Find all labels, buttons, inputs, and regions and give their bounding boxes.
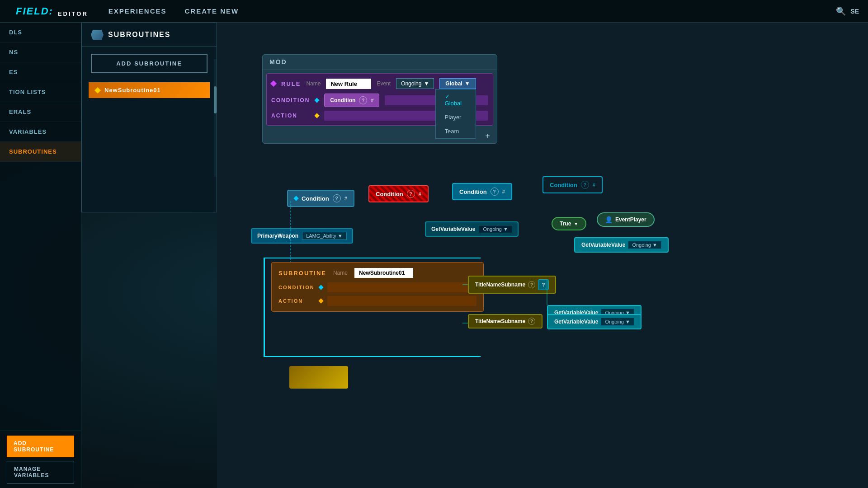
action-diamond [314, 113, 319, 118]
getvariablevalue-bottom-ongoing-2: Ongoing [605, 319, 624, 324]
condition-node-outline-q: ? [581, 181, 589, 189]
condition-badge[interactable]: Condition ? # [324, 94, 379, 107]
subroutines-icon [91, 30, 104, 40]
subroutine-condition-label: CONDITION [278, 285, 315, 290]
getvariablevalue-bottom-2[interactable]: GetVariableValue Ongoing ▼ [547, 314, 642, 329]
add-subroutine-button[interactable]: ADD SUBROUTINE [91, 54, 208, 73]
titlename-question-2: ? [528, 318, 535, 325]
rule-diamond [270, 80, 277, 87]
subroutines-panel: SUBROUTINES ADD SUBROUTINE NewSubroutine… [81, 23, 217, 212]
event-dropdown[interactable]: Ongoing ▼ [396, 78, 434, 89]
getvariablevalue-bottom-label-2: GetVariableValue [554, 319, 598, 325]
search-icon[interactable]: 🔍 [836, 6, 846, 16]
lamg-ability-dropdown[interactable]: LAMG_Ability ▼ [302, 232, 347, 240]
subroutines-title: SUBROUTINES [108, 31, 170, 39]
getvariablevalue-ongoing-1: Ongoing [483, 226, 502, 232]
rule-block: RULE Name Event Ongoing ▼ Global ▼ [266, 73, 493, 126]
name-label: Name [306, 80, 321, 87]
getvariablevalue-right-label: GetVariableValue [581, 242, 625, 248]
subroutine-name-input[interactable] [354, 268, 413, 278]
event-player-label: EventPlayer [615, 216, 646, 223]
subroutine-block: SUBROUTINE Name CONDITION ACTION [271, 262, 484, 312]
titlename-question-1: ? [528, 281, 535, 288]
rule-name-input[interactable] [326, 79, 371, 89]
sidebar-item-es[interactable]: ES [0, 62, 81, 82]
condition-node-cyan[interactable]: Condition ? # [452, 183, 512, 200]
subroutine-block-header: SUBROUTINE Name [278, 268, 476, 278]
subroutine-block-label: SUBROUTINE [278, 270, 326, 277]
titlename-subname-1[interactable]: TitleNameSubname ? ? [468, 276, 556, 294]
subroutine-action-bar [327, 296, 476, 306]
sidebar-item-variables[interactable]: VARIABLES [0, 122, 81, 142]
subroutine-name: NewSubroutine01 [104, 87, 161, 94]
sidebar-item-subroutines[interactable]: SUBROUTINES [0, 142, 81, 162]
scroll-track [214, 59, 217, 177]
scope-value: Global [445, 80, 462, 87]
condition-node-red-text: Condition [376, 191, 403, 197]
logo-field: FIELD: [7, 5, 62, 17]
getvariablevalue-bottom-dropdown-2[interactable]: Ongoing ▼ [601, 318, 634, 326]
true-node[interactable]: True ▼ [552, 217, 586, 230]
condition-node-blue-text: Condition [302, 195, 329, 202]
lamg-ability-value: LAMG_Ability [306, 233, 336, 239]
getvariablevalue-bottom-chevron-2: ▼ [625, 319, 630, 324]
scope-option-global[interactable]: ✓ Global [436, 89, 476, 110]
search-text: SE [850, 8, 859, 15]
getvariablevalue-right-dropdown[interactable]: Ongoing ▼ [628, 241, 661, 249]
true-label: True [560, 221, 571, 227]
getvariablevalue-label-1: GetVariableValue [431, 226, 475, 232]
plus-button-2[interactable]: + [485, 131, 490, 141]
getvariablevalue-dropdown-1[interactable]: Ongoing ▼ [479, 225, 512, 233]
sidebar-item-dls[interactable]: DLS [0, 23, 81, 42]
scope-dropdown-button[interactable]: Global ▼ [439, 78, 476, 89]
condition-node-red[interactable]: Condition ? # [368, 185, 429, 202]
condition-node-red-hash: # [419, 191, 421, 197]
subroutine-item-0[interactable]: NewSubroutine01 [89, 82, 210, 98]
getvariablevalue-chevron-1: ▼ [503, 226, 508, 232]
subroutine-action-row: ACTION [278, 296, 476, 306]
sidebar-item-erals[interactable]: ERALS [0, 102, 81, 122]
condition-node-cyan-text: Condition [459, 188, 487, 195]
lamg-chevron-icon: ▼ [338, 233, 343, 239]
nav-create-new[interactable]: CREATE NEW [184, 5, 239, 17]
condition-node-cyan-q: ? [491, 188, 499, 196]
bottom-manage-variables[interactable]: MANAGE VARIABLES [7, 461, 74, 483]
primary-weapon-node[interactable]: PrimaryWeapon LAMG_Ability ▼ [251, 228, 353, 244]
nav-experiences[interactable]: EXPERIENCES [108, 5, 167, 17]
main-canvas: MOD RULE Name Event Ongoing ▼ Global ▼ [217, 23, 868, 488]
getvariablevalue-node-1[interactable]: GetVariableValue Ongoing ▼ [425, 221, 519, 237]
sidebar-item-tion-lists[interactable]: TION LISTS [0, 82, 81, 102]
top-navigation: FIELD: EDITOR EXPERIENCES CREATE NEW 🔍 S… [0, 0, 868, 23]
event-player-icon: 👤 [605, 216, 613, 223]
event-player-node[interactable]: 👤 EventPlayer [597, 212, 655, 227]
titlename-subname-2[interactable]: TitleNameSubname ? [468, 314, 542, 328]
subroutine-action-diamond [318, 298, 323, 303]
scope-option-player[interactable]: Player [436, 110, 476, 124]
titlename-label-2: TitleNameSubname [475, 318, 525, 324]
getvariablevalue-right[interactable]: GetVariableValue Ongoing ▼ [574, 237, 669, 253]
event-value: Ongoing [401, 80, 421, 87]
subroutine-name-label: Name [333, 270, 348, 276]
condition-node-outline-hash: # [593, 182, 595, 188]
event-label: Event [377, 80, 391, 87]
hash-icon: # [371, 98, 373, 103]
mod-label: MOD [263, 55, 497, 70]
condition-node-outline[interactable]: Condition ? # [542, 176, 603, 193]
titlename-info-btn-1[interactable]: ? [538, 279, 549, 290]
scroll-thumb[interactable] [214, 86, 217, 113]
scope-chevron-icon: ▼ [465, 80, 470, 87]
true-chevron-icon: ▼ [574, 221, 578, 226]
condition-node-cyan-hash: # [502, 189, 505, 194]
question-icon: ? [359, 96, 367, 104]
condition-node-red-q: ? [407, 190, 415, 198]
mod-block: MOD RULE Name Event Ongoing ▼ Global ▼ [262, 54, 497, 144]
chevron-down-icon: ▼ [424, 80, 429, 87]
condition-node-outline-text: Condition [550, 182, 577, 188]
sidebar-item-ns[interactable]: NS [0, 42, 81, 62]
scope-dropdown-container: Global ▼ ✓ Global Player Team [439, 78, 476, 89]
scope-option-team[interactable]: Team [436, 124, 476, 138]
bottom-add-subroutine[interactable]: ADD SUBROUTINE [7, 436, 74, 457]
condition-node-blue[interactable]: Condition ? # [287, 190, 354, 207]
condition-node-blue-hash: # [344, 196, 347, 201]
subroutine-condition-row: CONDITION [278, 282, 476, 292]
